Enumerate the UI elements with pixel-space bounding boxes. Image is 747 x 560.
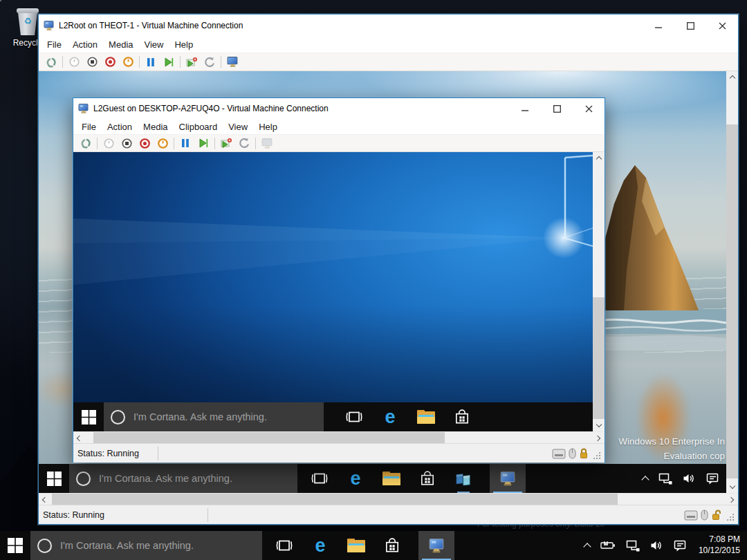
action-center-icon[interactable]	[674, 540, 687, 552]
menu-file[interactable]: File	[76, 120, 102, 134]
cortana-search-box[interactable]: I'm Cortana. Ask me anything.	[30, 531, 262, 560]
vmconnect-taskbar-icon-active[interactable]	[490, 464, 526, 493]
maximize-icon[interactable]	[541, 98, 573, 119]
menu-media[interactable]: Media	[138, 120, 173, 134]
menu-clipboard[interactable]: Clipboard	[174, 120, 223, 134]
minimize-icon[interactable]	[643, 15, 674, 37]
file-explorer-icon[interactable]	[382, 464, 401, 493]
scroll-up-icon[interactable]	[593, 152, 605, 164]
close-icon[interactable]	[706, 15, 738, 37]
host-wallpaper-stars	[0, 0, 1, 1]
vmconnect-taskbar-icon-active[interactable]	[418, 531, 454, 560]
vertical-scroll-thumb[interactable]	[593, 297, 605, 419]
maximize-icon[interactable]	[674, 15, 706, 37]
shutdown-vm-button[interactable]	[119, 55, 137, 70]
cortana-search-placeholder: I'm Cortana. Ask me anything.	[60, 540, 194, 551]
turn-off-vm-button[interactable]	[136, 136, 154, 151]
action-center-icon[interactable]	[706, 473, 719, 485]
scroll-right-icon[interactable]	[593, 432, 605, 444]
cortana-search-box[interactable]: I'm Cortana. Ask me anything.	[69, 464, 297, 493]
l2root-window-title: L2Root on THEOT-1 - Virtual Machine Conn…	[59, 21, 243, 30]
l2root-vertical-scrollbar[interactable]	[726, 71, 738, 493]
scroll-down-icon[interactable]	[593, 420, 605, 431]
power-battery-tray-icon[interactable]	[600, 541, 616, 550]
start-vm-button-disabled[interactable]	[100, 136, 118, 151]
menu-view[interactable]: View	[139, 37, 169, 52]
start-button[interactable]	[73, 402, 104, 431]
ctrl-alt-del-button[interactable]	[42, 55, 60, 70]
enhanced-session-button[interactable]	[223, 55, 241, 70]
task-view-button[interactable]	[344, 402, 364, 431]
file-explorer-icon[interactable]	[416, 402, 436, 431]
resize-grip[interactable]	[593, 451, 600, 459]
scroll-up-icon[interactable]	[726, 71, 738, 83]
scroll-right-icon[interactable]	[726, 494, 738, 505]
hyperv-manager-icon[interactable]	[454, 464, 473, 493]
scroll-left-icon[interactable]	[73, 432, 85, 444]
ctrl-alt-del-button[interactable]	[77, 136, 95, 151]
vertical-scroll-thumb[interactable]	[726, 124, 738, 478]
start-button[interactable]	[0, 531, 30, 560]
task-view-button[interactable]	[275, 531, 294, 560]
start-vm-button-disabled[interactable]	[65, 55, 83, 70]
volume-tray-icon[interactable]	[650, 540, 663, 551]
volume-tray-icon[interactable]	[683, 473, 696, 484]
l2guest-titlebar[interactable]: L2Guest on DESKTOP-A2FUQ4O - Virtual Mac…	[73, 98, 605, 119]
revert-button[interactable]	[201, 55, 219, 70]
vm-status-text: Status: Running	[77, 449, 158, 458]
menu-action[interactable]: Action	[102, 120, 138, 134]
horizontal-scroll-thumb[interactable]	[93, 432, 445, 444]
edge-icon[interactable]: e	[380, 402, 400, 431]
tray-chevron-up-icon[interactable]	[584, 541, 590, 550]
reset-vm-button[interactable]	[194, 136, 212, 151]
host-taskbar: I'm Cortana. Ask me anything. e 7:08 PM …	[0, 531, 747, 560]
store-icon[interactable]	[452, 402, 472, 431]
l2root-horizontal-scrollbar[interactable]	[39, 493, 738, 505]
file-explorer-icon[interactable]	[347, 531, 366, 560]
vmconnect-app-icon	[44, 20, 55, 31]
menu-media[interactable]: Media	[103, 37, 138, 52]
display-status-icon	[552, 449, 566, 459]
edge-icon[interactable]: e	[346, 464, 365, 493]
save-vm-button[interactable]	[118, 136, 136, 151]
menu-action[interactable]: Action	[67, 37, 103, 52]
tray-chevron-up-icon[interactable]	[643, 474, 648, 483]
enhanced-session-button-disabled[interactable]	[258, 136, 276, 151]
taskbar-clock[interactable]: 7:08 PM 10/12/2015	[697, 534, 740, 556]
network-tray-icon[interactable]	[658, 473, 672, 485]
horizontal-scroll-thumb[interactable]	[52, 494, 618, 505]
revert-button[interactable]	[235, 136, 253, 151]
menu-file[interactable]: File	[42, 37, 67, 52]
mouse-status-icon	[569, 448, 576, 459]
l2guest-horizontal-scrollbar[interactable]	[73, 431, 605, 443]
minimize-icon[interactable]	[509, 98, 541, 119]
l2guest-desktop: I'm Cortana. Ask me anything. e	[73, 152, 593, 431]
resize-grip[interactable]	[726, 513, 734, 521]
checkpoint-button[interactable]	[217, 136, 235, 151]
menu-help[interactable]: Help	[253, 120, 283, 134]
l2guest-vertical-scrollbar[interactable]	[593, 152, 605, 431]
close-icon[interactable]	[573, 98, 605, 119]
store-icon[interactable]	[382, 531, 402, 560]
l2root-titlebar[interactable]: L2Root on THEOT-1 - Virtual Machine Conn…	[39, 15, 738, 37]
l2root-statusbar: Status: Running	[39, 505, 738, 524]
pause-vm-button[interactable]	[176, 136, 194, 151]
task-view-button[interactable]	[310, 464, 329, 493]
edge-icon[interactable]: e	[311, 531, 330, 560]
reset-vm-button[interactable]	[160, 55, 178, 70]
save-vm-button[interactable]	[83, 55, 101, 70]
checkpoint-button[interactable]	[183, 55, 201, 70]
menu-help[interactable]: Help	[169, 37, 199, 52]
pause-vm-button[interactable]	[142, 55, 160, 70]
cortana-icon	[76, 472, 91, 486]
store-icon[interactable]	[418, 464, 437, 493]
turn-off-vm-button[interactable]	[101, 55, 119, 70]
shutdown-vm-button[interactable]	[154, 136, 172, 151]
cortana-search-box[interactable]: I'm Cortana. Ask me anything.	[104, 402, 324, 431]
scroll-left-icon[interactable]	[39, 494, 50, 505]
start-button[interactable]	[39, 464, 69, 493]
scroll-down-icon[interactable]	[726, 481, 738, 493]
menu-view[interactable]: View	[223, 120, 253, 134]
network-tray-icon[interactable]	[626, 540, 640, 552]
l2guest-vm-viewport: I'm Cortana. Ask me anything. e	[73, 152, 605, 431]
